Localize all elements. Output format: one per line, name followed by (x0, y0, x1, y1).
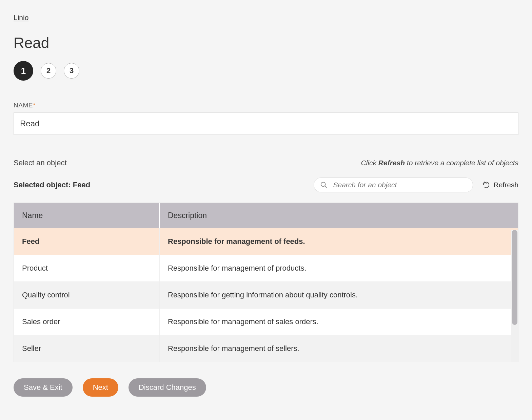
refresh-icon (482, 181, 490, 189)
table-row[interactable]: ProductResponsible for management of pro… (14, 255, 518, 281)
breadcrumb-link-linio[interactable]: Linio (14, 14, 28, 21)
table-row[interactable]: Quality controlResponsible for getting i… (14, 281, 518, 308)
name-field-label: NAME* (14, 102, 518, 109)
col-header-name[interactable]: Name (14, 203, 160, 228)
name-label-text: NAME (14, 102, 33, 109)
stepper: 1 2 3 (14, 61, 518, 81)
hint-bold: Refresh (378, 159, 405, 167)
objects-table: Name Description FeedResponsible for man… (14, 203, 518, 362)
page-title: Read (14, 35, 518, 51)
refresh-button[interactable]: Refresh (482, 181, 518, 189)
search-box[interactable] (314, 177, 473, 192)
required-mark: * (33, 102, 36, 109)
scrollbar-thumb[interactable] (512, 230, 517, 325)
table-body: FeedResponsible for management of feeds.… (14, 228, 518, 362)
cell-description: Responsible for management of feeds. (160, 228, 518, 255)
cell-name: Sales order (14, 309, 160, 335)
select-object-label: Select an object (14, 159, 67, 167)
hint-suffix: to retrieve a complete list of objects (405, 159, 518, 167)
cell-description: Responsible for management of products. (160, 255, 518, 281)
table-row[interactable]: FeedResponsible for management of feeds. (14, 228, 518, 255)
selected-object-label: Selected object: Feed (14, 181, 90, 189)
cell-description: Responsible for management of sellers. (160, 335, 518, 362)
step-connector (33, 71, 41, 71)
selected-value: Feed (73, 181, 90, 189)
svg-line-1 (325, 186, 327, 188)
footer-actions: Save & Exit Next Discard Changes (14, 378, 518, 397)
scrollbar-track[interactable] (511, 230, 518, 362)
search-icon (320, 181, 328, 189)
step-1[interactable]: 1 (14, 61, 33, 81)
refresh-label: Refresh (493, 181, 518, 189)
table-row[interactable]: SellerResponsible for management of sell… (14, 335, 518, 362)
name-input[interactable] (14, 112, 518, 135)
search-input[interactable] (332, 181, 467, 189)
discard-button[interactable]: Discard Changes (129, 378, 206, 397)
table-header: Name Description (14, 203, 518, 228)
refresh-hint: Click Refresh to retrieve a complete lis… (361, 159, 518, 167)
breadcrumb: Linio (14, 14, 518, 22)
cell-name: Seller (14, 335, 160, 362)
selected-prefix: Selected object: (14, 181, 73, 189)
cell-name: Feed (14, 228, 160, 255)
table-row[interactable]: Sales orderResponsible for management of… (14, 308, 518, 335)
svg-point-0 (321, 182, 326, 187)
step-3[interactable]: 3 (64, 63, 79, 79)
cell-description: Responsible for getting information abou… (160, 282, 518, 308)
next-button[interactable]: Next (83, 378, 118, 397)
cell-description: Responsible for management of sales orde… (160, 309, 518, 335)
hint-prefix: Click (361, 159, 378, 167)
step-connector (56, 71, 64, 71)
step-2[interactable]: 2 (41, 63, 56, 79)
cell-name: Quality control (14, 282, 160, 308)
cell-name: Product (14, 255, 160, 281)
save-exit-button[interactable]: Save & Exit (14, 378, 73, 397)
col-header-description[interactable]: Description (160, 203, 518, 228)
